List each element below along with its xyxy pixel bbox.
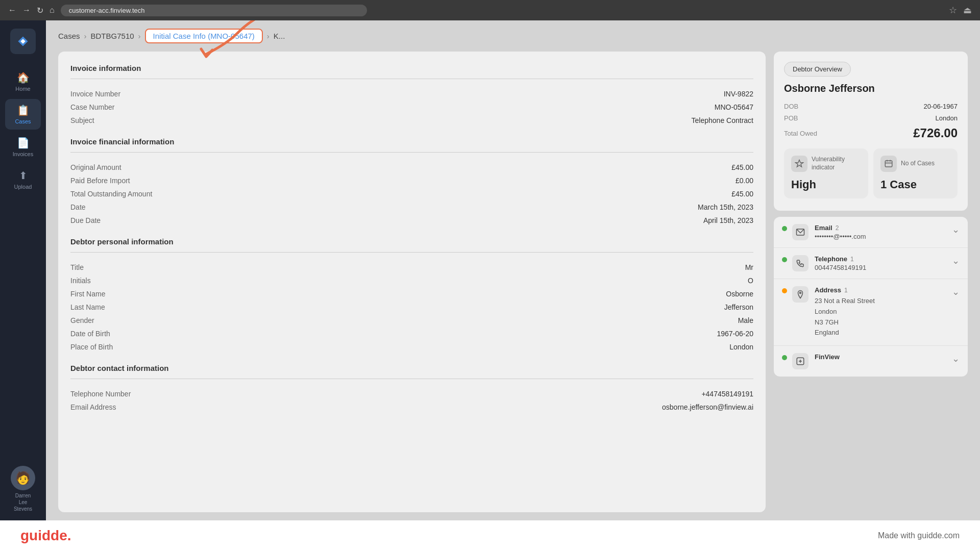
app-logo[interactable] (10, 29, 36, 54)
email-masked-value: ••••••••@•••••.com (815, 233, 952, 240)
sidebar-item-home[interactable]: 🏠 Home (5, 66, 41, 97)
debtor-contact-title: Debtor contact information (70, 364, 753, 372)
cases-icon: 📋 (17, 104, 30, 116)
back-button[interactable]: ← (8, 6, 16, 15)
svg-rect-0 (885, 161, 892, 167)
home-icon: 🏠 (17, 71, 30, 84)
footer-tagline: Made with guidde.com (878, 531, 960, 540)
breadcrumb-bdtbg[interactable]: BDTBG7510 (91, 32, 134, 40)
email-contact-item[interactable]: Email 2 ••••••••@•••••.com ⌄ (774, 217, 968, 248)
vulnerability-card: Vulnerability indicator High (784, 148, 868, 198)
initials-row: Initials O (70, 274, 753, 287)
telephone-chevron-icon: ⌄ (952, 255, 960, 266)
sidebar-item-upload[interactable]: ⬆ Upload (5, 164, 41, 195)
address-title-row: Address 1 (815, 286, 952, 294)
email-type-icon (792, 224, 808, 240)
title-label: Title (70, 263, 84, 271)
vulnerability-icon (791, 156, 807, 172)
finview-contact-info: FinView (815, 353, 952, 361)
app-layout: 🏠 Home 📋 Cases 📄 Invoices ⬆ Upload 🧑 Dar… (0, 20, 980, 520)
telephone-value: 00447458149191 (815, 264, 952, 271)
address-count: 1 (844, 287, 848, 294)
sidebar-item-cases[interactable]: 📋 Cases (5, 99, 41, 130)
address-contact-item[interactable]: Address 1 23 Not a Real Street London N3… (774, 279, 968, 346)
email-value: osborne.jefferson@finview.ai (662, 403, 753, 411)
pob-label: Place of Birth (70, 343, 113, 351)
breadcrumb-initial-case[interactable]: Initial Case Info (MNO-05647) (145, 29, 263, 43)
email-title-row: Email 2 (815, 224, 952, 232)
date-row: Date March 15th, 2023 (70, 201, 753, 214)
debtor-dob-row: DOB 20-06-1967 (784, 103, 958, 110)
debtor-personal-title: Debtor personal information (70, 237, 753, 246)
reload-button[interactable]: ↻ (37, 6, 43, 15)
extension-icon[interactable]: ⏏ (963, 5, 972, 16)
last-name-value: Jefferson (724, 303, 753, 311)
subject-value: Telephone Contract (692, 116, 753, 124)
invoice-info-section: Invoice information Invoice Number INV-9… (70, 64, 753, 127)
total-owed-label: Total Owed (784, 130, 817, 137)
address-line-4: England (815, 328, 952, 338)
invoice-number-label: Invoice Number (70, 90, 120, 98)
invoice-info-title: Invoice information (70, 64, 753, 72)
pob-value: London (729, 343, 753, 351)
case-number-row: Case Number MNO-05647 (70, 101, 753, 114)
email-type-label: Email (815, 224, 832, 232)
phone-row: Telephone Number +447458149191 (70, 387, 753, 400)
footer: guidde. Made with guidde.com (0, 520, 980, 551)
phone-label: Telephone Number (70, 390, 131, 398)
divider-2 (70, 152, 753, 153)
telephone-contact-item[interactable]: Telephone 1 00447458149191 ⌄ (774, 248, 968, 279)
breadcrumb-sep-2: › (138, 32, 141, 40)
invoice-financial-title: Invoice financial information (70, 137, 753, 146)
pob-meta-label: POB (784, 114, 798, 122)
subject-label: Subject (70, 116, 94, 124)
debtor-personal-section: Debtor personal information Title Mr Ini… (70, 237, 753, 354)
email-count: 2 (836, 224, 839, 232)
home-button[interactable]: ⌂ (50, 6, 55, 15)
gender-label: Gender (70, 316, 94, 324)
original-amount-row: Original Amount £45.00 (70, 161, 753, 174)
sidebar: 🏠 Home 📋 Cases 📄 Invoices ⬆ Upload 🧑 Dar… (0, 20, 46, 520)
dob-label: Date of Birth (70, 330, 110, 338)
debtor-overview-button[interactable]: Debtor Overview (784, 62, 851, 77)
star-icon[interactable]: ☆ (949, 5, 957, 16)
invoice-number-value: INV-9822 (724, 90, 753, 98)
breadcrumb-active-wrapper: Initial Case Info (MNO-05647) (145, 29, 263, 43)
stats-row: Vulnerability indicator High (784, 148, 958, 198)
breadcrumb-k[interactable]: K... (274, 32, 285, 40)
last-name-row: Last Name Jefferson (70, 300, 753, 314)
invoice-financial-section: Invoice financial information Original A… (70, 137, 753, 227)
gender-row: Gender Male (70, 314, 753, 327)
breadcrumb-sep-1: › (84, 32, 87, 40)
sidebar-item-invoices[interactable]: 📄 Invoices (5, 132, 41, 162)
user-name: DarrenLeeStevens (14, 492, 32, 512)
finview-chevron-icon: ⌄ (952, 353, 960, 364)
date-label: Date (70, 203, 86, 211)
finview-label: FinView (815, 353, 840, 361)
dob-meta-label: DOB (784, 103, 798, 110)
forward-button[interactable]: → (22, 6, 31, 15)
pob-meta-value: London (936, 114, 958, 122)
debtor-pob-row: POB London (784, 114, 958, 122)
breadcrumb-cases[interactable]: Cases (58, 32, 80, 40)
telephone-type-label: Telephone (815, 255, 847, 263)
subject-row: Subject Telephone Contract (70, 114, 753, 127)
first-name-label: First Name (70, 290, 105, 298)
title-row: Title Mr (70, 261, 753, 274)
case-number-value: MNO-05647 (715, 103, 753, 111)
breadcrumb: Cases › BDTBG7510 › Initial Case Info (M… (46, 20, 980, 52)
avatar[interactable]: 🧑 (11, 466, 35, 490)
vulnerability-icon-row: Vulnerability indicator (791, 156, 845, 172)
address-contact-info: Address 1 23 Not a Real Street London N3… (815, 286, 952, 338)
main-card: Invoice information Invoice Number INV-9… (58, 52, 766, 512)
vulnerability-value: High (791, 178, 816, 191)
finview-contact-item[interactable]: FinView ⌄ (774, 346, 968, 377)
vulnerability-label: Vulnerability indicator (812, 156, 845, 171)
finview-type-icon (792, 353, 808, 369)
divider-4 (70, 379, 753, 379)
url-bar[interactable]: customer-acc.finview.tech (61, 5, 367, 16)
original-amount-label: Original Amount (70, 163, 121, 171)
content-area: Invoice information Invoice Number INV-9… (46, 52, 980, 520)
total-outstanding-row: Total Outstanding Amount £45.00 (70, 187, 753, 201)
address-type-icon (792, 286, 808, 303)
